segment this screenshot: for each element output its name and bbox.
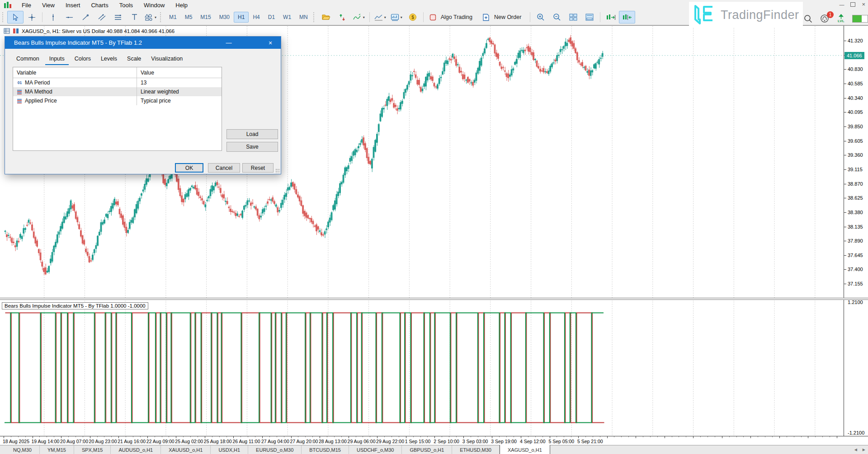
chart-template-button[interactable]: ▾ bbox=[388, 11, 405, 23]
ok-button[interactable]: OK bbox=[175, 163, 203, 173]
channel-tool-button[interactable] bbox=[94, 11, 110, 23]
chart-tab[interactable]: NQ,M30 bbox=[5, 445, 40, 454]
inputs-table-row[interactable]: MA Method Linear weighted bbox=[13, 87, 222, 96]
parameter-name: MA Period bbox=[25, 80, 50, 86]
algo-trading-icon bbox=[429, 14, 436, 21]
level-up-icon[interactable]: LVL bbox=[838, 14, 844, 23]
toolbar-grip[interactable] bbox=[160, 12, 164, 22]
window-close-button[interactable]: × bbox=[862, 1, 865, 8]
dialog-title-bar[interactable]: Bears Bulls Impulse Indicator MT5 - By T… bbox=[5, 37, 281, 49]
one-click-trading-button[interactable]: $ bbox=[405, 11, 421, 23]
dialog-tab[interactable]: Common bbox=[12, 54, 43, 65]
timeframe-button[interactable]: H4 bbox=[249, 12, 264, 23]
menu-item[interactable]: File bbox=[16, 1, 37, 9]
inputs-table-row[interactable]: MA Period 13 bbox=[13, 78, 222, 87]
toolbar-grip[interactable] bbox=[2, 12, 6, 22]
menu-item[interactable]: Help bbox=[170, 1, 193, 9]
new-order-button[interactable]: New Order bbox=[479, 11, 528, 23]
tab-scroll-left-icon[interactable]: ◀ bbox=[854, 448, 857, 452]
trendline-tool-button[interactable] bbox=[77, 11, 94, 23]
chart-tab[interactable]: XAGUSD_o,H1 bbox=[500, 445, 550, 454]
dialog-resize-grip[interactable] bbox=[275, 168, 280, 173]
timeframe-button[interactable]: M5 bbox=[181, 12, 197, 23]
market-depth-button[interactable] bbox=[335, 11, 351, 23]
dialog-tab[interactable]: Scale bbox=[123, 54, 145, 65]
menu-item[interactable]: Charts bbox=[85, 1, 113, 9]
menu-item[interactable]: Window bbox=[138, 1, 170, 9]
menu-item[interactable]: View bbox=[37, 1, 60, 9]
vertical-line-tool-button[interactable] bbox=[45, 11, 61, 23]
dialog-tab[interactable]: Visualization bbox=[147, 54, 187, 65]
chart-tab[interactable]: USDCHF_o,M30 bbox=[349, 445, 402, 454]
menu-item[interactable]: Insert bbox=[60, 1, 86, 9]
time-label: 27 Aug 04:00 bbox=[261, 439, 289, 444]
timeframe-button[interactable]: M30 bbox=[215, 12, 234, 23]
fibonacci-tool-button[interactable] bbox=[110, 11, 126, 23]
arrange-windows-button[interactable] bbox=[581, 11, 598, 23]
parameter-value[interactable]: 13 bbox=[137, 78, 222, 87]
toolbar-grip[interactable] bbox=[313, 12, 317, 22]
timeframe-button[interactable]: D1 bbox=[264, 12, 279, 23]
chevron-down-icon: ▾ bbox=[401, 15, 402, 19]
window-restore-button[interactable] bbox=[850, 2, 855, 7]
market-watch-icon[interactable] bbox=[4, 28, 10, 34]
zoom-out-button[interactable] bbox=[549, 11, 565, 23]
menu-item[interactable]: Tools bbox=[114, 1, 138, 9]
chart-tab[interactable]: XAUUSD_o,H1 bbox=[161, 445, 211, 454]
parameter-value[interactable]: Linear weighted bbox=[137, 87, 222, 96]
open-data-folder-button[interactable] bbox=[318, 11, 335, 23]
chart-tab[interactable]: EURUSD_o,M30 bbox=[248, 445, 302, 454]
chart-tab[interactable]: BTCUSD,M15 bbox=[302, 445, 349, 454]
auto-scroll-button[interactable] bbox=[603, 11, 619, 23]
shapes-tool-button[interactable]: ▾ bbox=[142, 11, 159, 23]
timeframe-button[interactable]: M15 bbox=[196, 12, 215, 23]
dialog-close-button[interactable]: × bbox=[264, 37, 277, 49]
price-axis[interactable]: 41.32041.07540.83040.58540.34040.09539.8… bbox=[844, 26, 868, 436]
indicators-button[interactable]: ▾ bbox=[351, 11, 367, 23]
chart-tab[interactable]: ETHUSD,M30 bbox=[452, 445, 500, 454]
save-button[interactable]: Save bbox=[226, 142, 278, 152]
timeframe-button[interactable]: H1 bbox=[234, 12, 249, 23]
price-tick bbox=[844, 126, 846, 127]
time-label: 25 Aug 18:00 bbox=[204, 439, 232, 444]
timeframe-button[interactable]: W1 bbox=[279, 12, 295, 23]
tile-windows-button[interactable] bbox=[565, 11, 581, 23]
dialog-tab[interactable]: Levels bbox=[97, 54, 121, 65]
chart-type-line-button[interactable]: ▾ bbox=[372, 11, 388, 23]
depth-of-market-icon[interactable] bbox=[13, 28, 19, 34]
time-axis[interactable]: 18 Aug 202519 Aug 14:0020 Aug 07:0020 Au… bbox=[0, 436, 868, 445]
reset-button[interactable]: Reset bbox=[242, 163, 274, 173]
cancel-button[interactable]: Cancel bbox=[208, 163, 240, 173]
new-order-icon bbox=[482, 14, 490, 21]
algo-trading-button[interactable]: Algo Trading bbox=[426, 11, 479, 23]
cursor-tool-button[interactable] bbox=[7, 11, 24, 23]
dialog-minimize-button[interactable]: — bbox=[222, 37, 236, 49]
text-tool-button[interactable] bbox=[126, 11, 142, 23]
time-label: 18 Aug 2025 bbox=[3, 439, 29, 444]
load-button[interactable]: Load bbox=[226, 129, 278, 139]
dialog-tab[interactable]: Inputs bbox=[45, 54, 69, 65]
timeframe-button[interactable]: MN bbox=[295, 12, 312, 23]
crosshair-tool-button[interactable] bbox=[24, 11, 40, 23]
timeframe-button[interactable]: M1 bbox=[165, 12, 181, 23]
parameter-value[interactable]: Typical price bbox=[137, 96, 222, 105]
chevron-down-icon: ▾ bbox=[155, 15, 156, 19]
tab-scroll-right-icon[interactable]: ▶ bbox=[863, 448, 865, 452]
dialog-tab[interactable]: Colors bbox=[71, 54, 95, 65]
search-icon[interactable] bbox=[804, 14, 812, 23]
horizontal-line-tool-button[interactable] bbox=[61, 11, 77, 23]
inputs-table-row[interactable]: Applied Price Typical price bbox=[13, 96, 222, 105]
chart-tab[interactable]: YM,M15 bbox=[40, 445, 74, 454]
price-tick-label: 38.625 bbox=[848, 195, 863, 201]
time-label: 3 Sep 19:00 bbox=[491, 439, 517, 444]
window-minimize-button[interactable]: — bbox=[839, 2, 844, 7]
chart-tab[interactable]: SPX,M15 bbox=[74, 445, 111, 454]
notifications-icon[interactable]: 1 bbox=[820, 14, 830, 23]
pane-splitter[interactable] bbox=[0, 298, 868, 300]
zoom-in-button[interactable] bbox=[533, 11, 549, 23]
chart-tab[interactable]: GBPUSD_o,H1 bbox=[402, 445, 452, 454]
chart-tab[interactable]: AUDUSD_o,H1 bbox=[111, 445, 161, 454]
price-tick bbox=[844, 198, 846, 198]
chart-shift-button[interactable] bbox=[619, 11, 635, 23]
chart-tab[interactable]: USDX,H1 bbox=[211, 445, 248, 454]
